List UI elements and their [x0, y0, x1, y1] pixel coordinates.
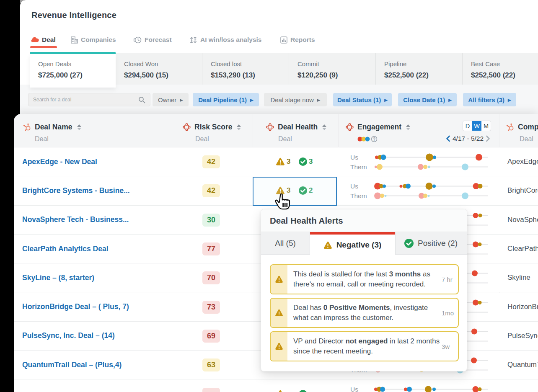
svg-text:?: ? [373, 137, 375, 142]
